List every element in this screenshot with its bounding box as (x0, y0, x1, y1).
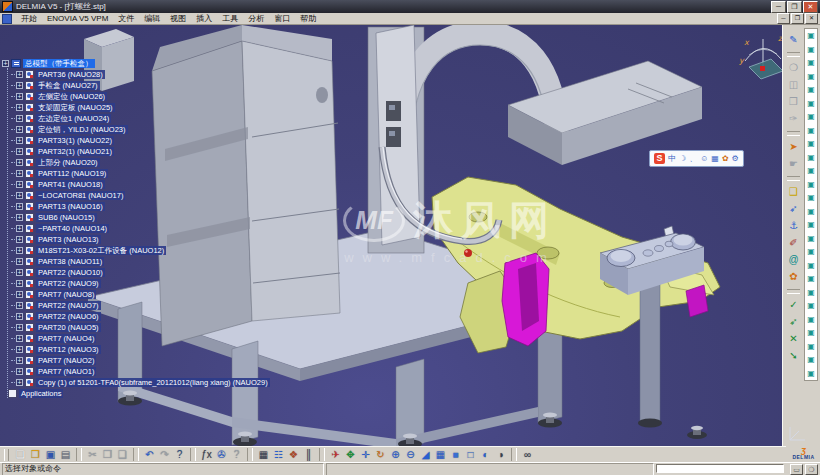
part-icon[interactable] (25, 367, 34, 376)
grab-icon[interactable]: ☛ (786, 157, 801, 171)
tree-item-label[interactable]: PART7 (NAUO4) (36, 334, 96, 343)
part-icon[interactable] (25, 268, 34, 277)
pan-icon[interactable]: ✛ (358, 447, 373, 462)
power-input-field[interactable] (656, 464, 784, 473)
tree-item-label[interactable]: PART7 (NAUO2) (36, 356, 96, 365)
measure-between-icon[interactable]: ➶ (786, 315, 801, 329)
expander-icon[interactable]: + (16, 247, 23, 254)
part-icon[interactable] (25, 103, 34, 112)
knowledge-fx-icon[interactable]: ƒx (199, 447, 214, 462)
tree-item-label[interactable]: M18ST21-X03-02工作设备 (NAUO12) (36, 246, 166, 255)
part-icon[interactable] (25, 136, 34, 145)
menu-item[interactable]: 窗口 (269, 13, 295, 24)
tree-item-label[interactable]: PART22 (NAUO7) (36, 301, 101, 310)
workbench-strip-icon[interactable]: ▣ (807, 205, 815, 219)
tree-item[interactable]: + PART36 (NAUO28) (11, 69, 270, 80)
zoom-out-icon[interactable]: ⊖ (403, 447, 418, 462)
ime-emoji-icon[interactable]: ☺ (700, 152, 708, 165)
product-structure-icon[interactable]: ☷ (271, 447, 286, 462)
workbench-strip-icon[interactable]: ▣ (807, 286, 815, 300)
undo-icon[interactable]: ↶ (142, 447, 157, 462)
tree-item[interactable]: + SUB6 (NAUO15) (11, 212, 270, 223)
fly-icon[interactable]: ➶ (786, 202, 801, 216)
part-icon[interactable] (25, 290, 34, 299)
part-icon[interactable] (25, 92, 34, 101)
stereo-icon[interactable]: ∞ (520, 447, 535, 462)
expander-icon[interactable]: + (16, 335, 23, 342)
save-icon[interactable]: ▣ (43, 447, 58, 462)
search-icon[interactable]: ✇ (214, 447, 229, 462)
tree-item-label[interactable]: PART41 (NAUO18) (36, 180, 105, 189)
tree-item-label[interactable]: 手检盒 (NAUO27) (36, 81, 100, 90)
part-icon[interactable] (25, 191, 34, 200)
tree-item[interactable]: + 左侧定位 (NAUO26) (11, 91, 270, 102)
tree-item[interactable]: + 上部分 (NAUO20) (11, 157, 270, 168)
tree-item-label[interactable]: PART33(1) (NAUO22) (36, 136, 114, 145)
expander-icon[interactable]: + (16, 291, 23, 298)
tree-item-label[interactable]: PART7 (NAUO8) (36, 290, 96, 299)
workbench-strip-icon[interactable]: ▣ (807, 164, 815, 178)
workbench-strip-icon[interactable]: ▣ (807, 272, 815, 286)
expander-icon[interactable]: + (16, 137, 23, 144)
part-icon[interactable] (25, 114, 34, 123)
tree-item[interactable]: + PART7 (NAUO8) (11, 289, 270, 300)
camera-icon[interactable]: ❍ (786, 61, 801, 75)
tree-item-label[interactable]: 左边定位1 (NAUO24) (36, 114, 111, 123)
close-button[interactable]: ✕ (803, 1, 818, 13)
workbench-strip-icon[interactable]: ▣ (807, 326, 815, 340)
menu-item[interactable]: 文件 (113, 13, 139, 24)
expander-icon[interactable]: + (16, 236, 23, 243)
fit-all-icon[interactable]: ✥ (343, 447, 358, 462)
multi-view-icon[interactable]: ▦ (433, 447, 448, 462)
workbench-strip-icon[interactable]: ▣ (807, 259, 815, 273)
ime-halfmoon-icon[interactable]: ☽ (679, 152, 686, 165)
workbench-strip-icon[interactable]: ▣ (807, 178, 815, 192)
render-icon[interactable]: ◫ (786, 78, 801, 92)
tree-item[interactable]: + PART22 (NAUO9) (11, 278, 270, 289)
measure-icon[interactable]: ✓ (786, 298, 801, 312)
part-icon[interactable] (25, 169, 34, 178)
flower-icon[interactable]: ✿ (786, 270, 801, 284)
tree-item[interactable]: + PART22 (NAUO7) (11, 300, 270, 311)
expander-icon[interactable]: + (16, 82, 23, 89)
workbench-strip-icon[interactable]: ▣ (807, 353, 815, 367)
part-icon[interactable] (25, 81, 34, 90)
menu-item[interactable]: 帮助 (295, 13, 321, 24)
tree-item[interactable]: + Copy (1) of 51201-TFA0(subframe_201210… (11, 377, 270, 388)
ime-softkeyboard-icon[interactable]: ▦ (711, 152, 719, 165)
expander-icon[interactable]: + (16, 148, 23, 155)
tree-item-label[interactable]: PART22 (NAUO10) (36, 268, 105, 277)
tree-item-label[interactable]: Copy (1) of 51201-TFA0(subframe_20121012… (36, 378, 270, 387)
tree-item[interactable]: + PART22 (NAUO6) (11, 311, 270, 322)
expander-icon[interactable]: + (16, 258, 23, 265)
tree-item-label[interactable]: 上部分 (NAUO20) (36, 158, 100, 167)
tree-item[interactable]: + PART3 (NAUO13) (11, 234, 270, 245)
tree-root-label[interactable]: 总模型（带手检盒） (23, 59, 95, 68)
expander-icon[interactable]: + (16, 346, 23, 353)
workbench-strip-icon[interactable]: ▣ (807, 29, 815, 43)
help-icon[interactable]: ? (229, 447, 244, 462)
expander-icon[interactable]: + (16, 357, 23, 364)
monitor-icon[interactable]: ▦ (256, 447, 271, 462)
zoom-area-icon[interactable]: ❑ (786, 185, 801, 199)
ime-skin-icon[interactable]: ✿ (722, 152, 729, 165)
minimize-button[interactable]: ─ (771, 1, 786, 13)
tree-item[interactable]: + 左边定位1 (NAUO24) (11, 113, 270, 124)
expander-icon[interactable]: + (16, 71, 23, 78)
new-icon[interactable]: ❏ (13, 447, 28, 462)
mdi-restore-button[interactable]: ❐ (791, 13, 804, 24)
catalog-icon[interactable]: ❖ (286, 447, 301, 462)
applications-icon[interactable] (8, 389, 17, 398)
tree-item-label[interactable]: PART7 (NAUO1) (36, 367, 96, 376)
ime-logo-icon[interactable]: S (654, 153, 665, 164)
menu-item[interactable]: ENOVIA V5 VPM (42, 13, 113, 24)
expander-icon[interactable]: + (16, 93, 23, 100)
tree-item-label[interactable]: PART12 (NAUO3) (36, 345, 101, 354)
part-icon[interactable] (25, 224, 34, 233)
part-icon[interactable] (25, 213, 34, 222)
tree-root-row[interactable]: + 总模型（带手检盒） (2, 58, 270, 69)
tree-item[interactable]: + PART20 (NAUO5) (11, 322, 270, 333)
ime-toolbar[interactable]: S 中☽、☺▦✿⚙ (649, 150, 744, 167)
workbench-strip-icon[interactable]: ▣ (807, 97, 815, 111)
part-icon[interactable] (25, 279, 34, 288)
